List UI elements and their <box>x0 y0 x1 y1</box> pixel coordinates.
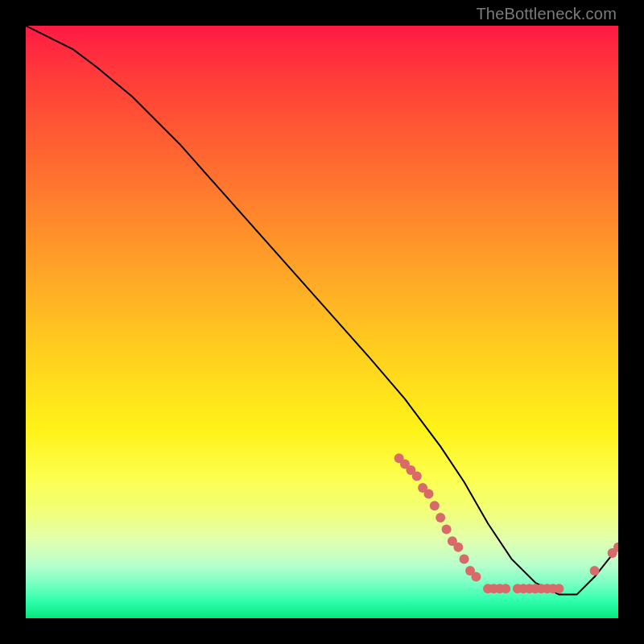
data-point <box>453 543 463 552</box>
chart-svg <box>26 26 618 618</box>
data-point <box>436 513 445 522</box>
plot-area <box>26 26 618 618</box>
data-point <box>442 525 452 535</box>
data-point <box>412 471 422 481</box>
data-point <box>590 566 600 576</box>
scatter-dots <box>394 453 618 593</box>
data-point <box>501 584 510 593</box>
bottleneck-curve <box>26 26 618 595</box>
data-point <box>471 572 481 582</box>
data-point <box>554 584 564 593</box>
data-point <box>460 554 469 564</box>
data-point <box>430 501 440 510</box>
watermark-text: TheBottleneck.com <box>476 5 617 23</box>
chart-frame: TheBottleneck.com <box>0 0 644 644</box>
data-point <box>424 489 434 498</box>
